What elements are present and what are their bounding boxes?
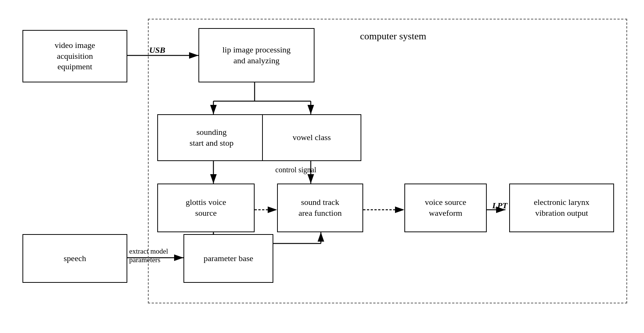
computer-system-border (148, 19, 627, 303)
video-acq-box: video image acquisition equipment (22, 30, 127, 82)
diagram-container: video image acquisition equipment lip im… (0, 0, 644, 333)
speech-box: speech (22, 234, 127, 283)
